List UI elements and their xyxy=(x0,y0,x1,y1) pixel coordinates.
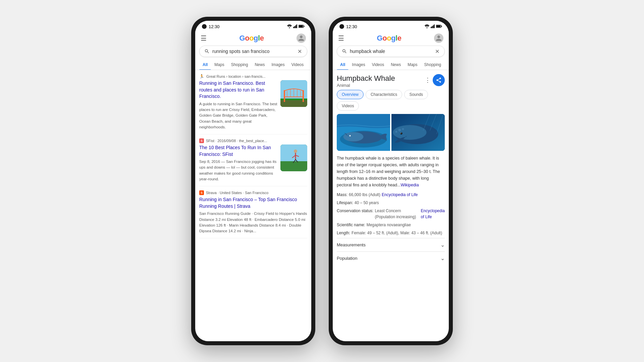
svg-rect-6 xyxy=(304,26,305,27)
battery-icon-2 xyxy=(436,23,442,29)
kp-title: Humpback Whale xyxy=(337,74,395,83)
status-bar-1: 12:30 xyxy=(195,21,311,32)
kp-measurements-label: Measurements xyxy=(337,242,366,247)
result-2: S SFist · 2016/09/08 · the_best_place...… xyxy=(199,134,307,186)
more-options-icon[interactable]: ⋮ xyxy=(425,76,431,84)
tab-maps-2[interactable]: Maps xyxy=(404,60,421,70)
svg-rect-30 xyxy=(433,25,434,28)
kp-measurements-expandable[interactable]: Measurements ⌄ xyxy=(337,238,445,251)
status-bar-2: 12:30 xyxy=(333,21,449,32)
result-3-favicon: S xyxy=(199,190,204,195)
result-3-source: S Strava · United States · San Francisco xyxy=(199,190,307,195)
status-left-1: 12:30 xyxy=(202,24,220,29)
search-icon-2 xyxy=(342,49,347,54)
phone-screen-1: 12:30 xyxy=(195,21,311,341)
clear-search-2[interactable]: ✕ xyxy=(434,49,440,54)
svg-rect-12 xyxy=(303,90,304,102)
search-bar-2[interactable]: humpback whale ✕ xyxy=(337,46,445,57)
phone-screen-2: 12:30 xyxy=(333,21,449,341)
kp-chip-sounds[interactable]: Sounds xyxy=(404,90,428,99)
kp-fact-lifespan-value: 40 – 50 years xyxy=(355,200,379,206)
kp-chips: Overview Characteristics Sounds Videos xyxy=(337,90,445,111)
google-header-1: ☰ Google xyxy=(195,32,311,46)
kp-image-right xyxy=(391,114,445,151)
tabs-row-2: All Images Videos News Maps Shopping xyxy=(333,60,449,70)
avatar-1[interactable] xyxy=(297,34,306,43)
result-3-title[interactable]: Running in San Francisco – Top San Franc… xyxy=(199,196,307,209)
kp-fact-scientific-value: Megaptera novaeangliae xyxy=(367,222,411,228)
google-logo-2: Google xyxy=(377,34,401,43)
search-bar-1[interactable]: running spots san francisco ✕ xyxy=(199,46,307,57)
svg-rect-33 xyxy=(441,26,442,27)
kp-population-expandable[interactable]: Population ⌄ xyxy=(337,251,445,265)
status-time-1: 12:30 xyxy=(209,24,220,29)
tab-videos-1[interactable]: Videos xyxy=(288,60,307,70)
kp-fact-conservation-link[interactable]: Encyclopedia of Life xyxy=(421,208,445,220)
knowledge-panel: Humpback Whale Animal ⋮ Overview xyxy=(333,70,449,340)
kp-fact-length-value: Female: 49 – 52 ft. (Adult), Male: 43 – … xyxy=(352,230,442,236)
search-results-1: 🏃 Great Runs › location › san-francis...… xyxy=(195,70,311,340)
kp-actions: ⋮ xyxy=(425,74,445,86)
result-2-content: The 10 Best Places To Run In San Francis… xyxy=(199,144,307,182)
svg-rect-1 xyxy=(293,27,294,28)
svg-point-45 xyxy=(395,131,397,133)
kp-fact-length-label: Length: xyxy=(337,230,350,236)
tab-images-1[interactable]: Images xyxy=(268,60,288,70)
tab-maps-1[interactable]: Maps xyxy=(211,60,227,70)
result-2-text: The 10 Best Places To Run In San Francis… xyxy=(199,144,278,182)
tab-shopping-2[interactable]: Shopping xyxy=(421,60,445,70)
tab-shopping-1[interactable]: Shopping xyxy=(228,60,252,70)
svg-point-44 xyxy=(398,129,401,131)
kp-fact-scientific-label: Scientific name: xyxy=(337,222,365,228)
result-1-title[interactable]: Running in San Francisco. Best routes an… xyxy=(199,80,278,100)
result-2-title[interactable]: The 10 Best Places To Run In San Francis… xyxy=(199,144,278,158)
kp-chip-characteristics[interactable]: Characteristics xyxy=(366,90,402,99)
result-1-source: 🏃 Great Runs › location › san-francis... xyxy=(199,74,307,79)
tab-news-1[interactable]: News xyxy=(251,60,268,70)
kp-fact-mass-label: Mass: xyxy=(337,192,347,198)
menu-icon-1[interactable]: ☰ xyxy=(201,34,207,42)
svg-point-39 xyxy=(350,135,351,136)
svg-point-46 xyxy=(402,128,404,130)
svg-point-43 xyxy=(393,125,427,140)
search-query-1: running spots san francisco xyxy=(212,49,294,54)
svg-rect-20 xyxy=(280,161,307,171)
clear-search-1[interactable]: ✕ xyxy=(297,49,302,54)
search-query-2: humpback whale xyxy=(350,49,432,54)
kp-fact-conservation: Conservation status: Least Concern (Popu… xyxy=(337,208,445,220)
result-1: 🏃 Great Runs › location › san-francis...… xyxy=(199,70,307,134)
result-2-breadcrumb: SFist · 2016/09/08 · the_best_place... xyxy=(206,139,267,143)
tab-news-2[interactable]: News xyxy=(387,60,404,70)
kp-share-button[interactable] xyxy=(433,74,445,86)
google-logo-1: Google xyxy=(239,34,264,43)
svg-rect-31 xyxy=(434,24,435,28)
kp-chip-overview[interactable]: Overview xyxy=(337,90,364,99)
svg-rect-7 xyxy=(299,25,303,27)
kp-chip-videos[interactable]: Videos xyxy=(337,101,359,111)
signal-icon-2 xyxy=(431,23,435,29)
kp-fact-mass-link[interactable]: Encyclopedia of Life xyxy=(382,192,418,198)
population-chevron-icon: ⌄ xyxy=(440,255,445,261)
tab-all-1[interactable]: All xyxy=(199,60,211,70)
kp-population-label: Population xyxy=(337,256,357,261)
kp-subtitle: Animal xyxy=(337,83,395,88)
svg-point-38 xyxy=(343,132,364,141)
status-icons-2 xyxy=(425,23,442,29)
result-3-breadcrumb: Strava · United States · San Francisco xyxy=(206,191,268,195)
tab-images-2[interactable]: Images xyxy=(348,60,368,70)
status-icons-1 xyxy=(287,23,305,29)
avatar-2[interactable] xyxy=(434,34,443,43)
kp-images[interactable] xyxy=(337,114,445,151)
result-1-image xyxy=(280,80,307,107)
status-time-2: 12:30 xyxy=(346,24,357,29)
svg-rect-11 xyxy=(284,90,285,102)
signal-icon-1 xyxy=(293,23,297,29)
tabs-row-1: All Maps Shopping News Images Videos xyxy=(195,60,311,70)
kp-description-link[interactable]: Wikipedia xyxy=(400,183,419,187)
result-2-source: S SFist · 2016/09/08 · the_best_place... xyxy=(199,138,307,143)
menu-icon-2[interactable]: ☰ xyxy=(338,34,344,42)
tab-videos-2[interactable]: Videos xyxy=(369,60,387,70)
phone-frame-2: 12:30 xyxy=(329,17,453,345)
svg-point-27 xyxy=(427,27,428,28)
tab-all-2[interactable]: All xyxy=(337,60,348,70)
